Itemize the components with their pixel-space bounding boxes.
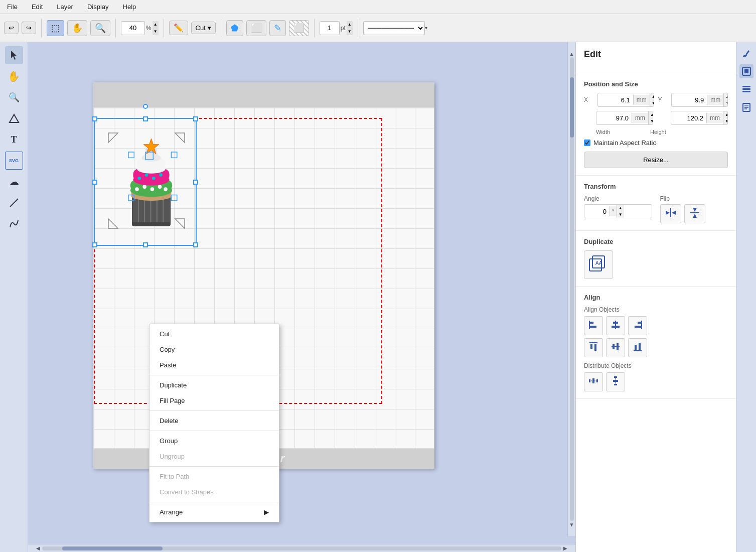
tool-select[interactable] — [5, 46, 23, 64]
width-input[interactable] — [596, 113, 632, 123]
ctx-cut[interactable]: Cut — [149, 326, 279, 342]
menu-layer[interactable]: Layer — [54, 2, 76, 12]
v-scrollbar-thumb[interactable] — [570, 77, 574, 137]
undo-button[interactable]: ↩ — [4, 22, 19, 34]
align-buttons-row1 — [584, 316, 728, 335]
ctx-sep-3 — [149, 431, 279, 431]
tool-curve[interactable] — [5, 215, 23, 233]
ctx-copy[interactable]: Copy — [149, 342, 279, 357]
x-input[interactable] — [598, 95, 633, 105]
position-size-section: Position and Size X mm ▲ ▼ Y mm ▲ — [576, 73, 736, 176]
ctx-arrange[interactable]: Arrange ▶ — [149, 504, 279, 520]
fill-pattern-button[interactable]: ⬜ — [246, 20, 266, 36]
height-up-btn[interactable]: ▲ — [723, 111, 728, 118]
y-down-btn[interactable]: ▼ — [723, 100, 728, 106]
angle-up-btn[interactable]: ▲ — [617, 205, 624, 211]
tool-line[interactable] — [5, 194, 23, 212]
pan-tool-button[interactable]: ✋ — [67, 20, 87, 36]
tool-svg[interactable]: SVG — [5, 152, 23, 170]
height-label: Height — [650, 129, 666, 135]
height-input[interactable] — [671, 113, 706, 123]
zoom-input[interactable] — [121, 21, 145, 35]
scroll-up-arrow[interactable]: ▲ — [569, 50, 574, 57]
y-up-btn[interactable]: ▲ — [723, 93, 728, 100]
width-up-btn[interactable]: ▲ — [648, 111, 653, 118]
mode-dropdown[interactable]: Cut ▾ — [191, 22, 216, 34]
scroll-down-arrow[interactable]: ▼ — [569, 521, 574, 528]
stroke-down-btn[interactable]: ▼ — [347, 28, 353, 35]
scroll-right-arrow[interactable]: ▶ — [563, 545, 567, 552]
v-scrollbar[interactable]: ▲ ▼ — [567, 42, 575, 536]
tool-text[interactable]: T — [5, 130, 23, 149]
ctx-duplicate[interactable]: Duplicate — [149, 377, 279, 393]
zoom-up-btn[interactable]: ▲ — [153, 21, 159, 28]
align-label: Align — [584, 294, 728, 301]
stroke-up-btn[interactable]: ▲ — [347, 21, 353, 28]
x-down-btn[interactable]: ▼ — [650, 100, 654, 106]
svg-marker-3 — [175, 133, 185, 143]
menu-help[interactable]: Help — [120, 2, 139, 12]
distribute-h-btn[interactable] — [584, 372, 603, 391]
flip-horizontal-btn[interactable] — [660, 204, 681, 223]
stroke-color-button[interactable]: ✎ — [269, 20, 286, 36]
ctx-fill-page[interactable]: Fill Page — [149, 393, 279, 408]
distribute-v-btn[interactable] — [606, 372, 625, 391]
resize-button[interactable]: Resize... — [584, 152, 728, 168]
toolbar-sep-1 — [41, 19, 42, 37]
angle-down-btn[interactable]: ▼ — [617, 211, 624, 218]
angle-input[interactable] — [584, 206, 610, 217]
far-right-paint-btn[interactable] — [739, 46, 753, 60]
align-left-btn[interactable] — [584, 316, 603, 335]
zoom-tool-button[interactable]: 🔍 — [90, 20, 110, 36]
v-scrollbar-track[interactable] — [570, 57, 574, 521]
zoom-down-btn[interactable]: ▼ — [153, 28, 159, 35]
align-right-btn[interactable] — [628, 316, 647, 335]
h-scrollbar-track[interactable] — [42, 546, 561, 550]
fill-color-button[interactable]: ⬟ — [226, 20, 243, 36]
svg-point-20 — [158, 185, 162, 189]
menu-edit[interactable]: Edit — [29, 2, 46, 12]
mode-arrow-icon: ▾ — [208, 24, 211, 32]
menu-file[interactable]: File — [4, 2, 21, 12]
page-header — [93, 82, 434, 107]
stroke-pattern-button[interactable]: ⬜ — [289, 20, 309, 36]
tool-node[interactable]: ☁ — [5, 173, 23, 191]
canvas-scroll[interactable]: Cut Copy Paste Duplicate Fill Page Delet… — [28, 42, 575, 544]
pen-tool-button[interactable]: ✏️ — [169, 21, 188, 35]
align-center-v-btn[interactable] — [606, 338, 625, 357]
scroll-left-arrow[interactable]: ◀ — [36, 545, 40, 552]
redo-button[interactable]: ↪ — [22, 22, 36, 34]
menu-display[interactable]: Display — [84, 2, 112, 12]
stroke-width-input[interactable] — [320, 21, 340, 35]
ctx-group[interactable]: Group — [149, 433, 279, 449]
h-scrollbar-thumb[interactable] — [62, 546, 163, 550]
duplicate-icon-btn[interactable]: AA — [584, 250, 613, 279]
x-up-btn[interactable]: ▲ — [650, 93, 654, 100]
align-bottom-btn[interactable] — [628, 338, 647, 357]
tool-pan[interactable]: ✋ — [5, 67, 23, 85]
line-style-select[interactable]: ────────── - - - - - - · · · · · · — [363, 21, 425, 35]
stroke-width-group: pt ▲ ▼ — [320, 21, 353, 35]
h-scrollbar[interactable]: ◀ ▶ — [28, 544, 575, 552]
aspect-ratio-checkbox[interactable] — [584, 140, 590, 146]
width-unit: mm — [632, 113, 648, 123]
ctx-fit-to-path: Fit to Path — [149, 469, 279, 484]
far-right-select-btn[interactable] — [739, 64, 753, 78]
far-right-layers-btn[interactable] — [739, 82, 753, 96]
angle-spinners: ▲ ▼ — [617, 205, 624, 218]
far-right-doc-btn[interactable] — [739, 100, 753, 114]
height-down-btn[interactable]: ▼ — [723, 118, 728, 124]
svg-rect-54 — [638, 322, 642, 324]
tool-shape[interactable] — [5, 109, 23, 127]
align-center-h-btn[interactable] — [606, 316, 625, 335]
duplicate-section: Duplicate AA — [576, 231, 736, 287]
flip-vertical-btn[interactable] — [684, 204, 705, 223]
angle-field-label: Angle — [584, 195, 652, 202]
ctx-delete[interactable]: Delete — [149, 413, 279, 429]
y-input[interactable] — [672, 95, 707, 105]
select-tool-button[interactable]: ⬚ — [47, 20, 64, 36]
width-down-btn[interactable]: ▼ — [648, 118, 653, 124]
tool-zoom[interactable]: 🔍 — [5, 88, 23, 106]
align-top-btn[interactable] — [584, 338, 603, 357]
ctx-paste[interactable]: Paste — [149, 357, 279, 373]
